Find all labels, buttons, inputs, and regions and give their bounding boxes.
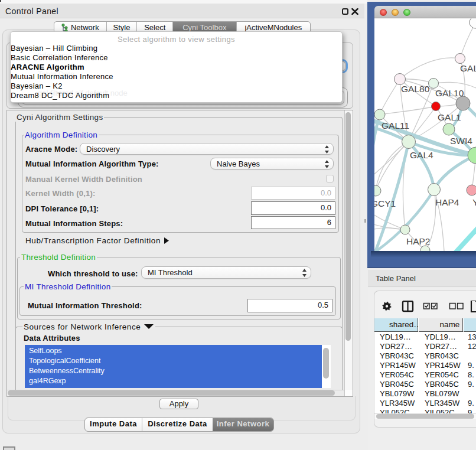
svg-text:Y: Y	[472, 197, 476, 207]
svg-text:HAP2: HAP2	[406, 236, 431, 246]
svg-text:GAL10: GAL10	[435, 88, 464, 98]
svg-text:GAL4: GAL4	[410, 150, 433, 160]
svg-text:HAP4: HAP4	[435, 197, 459, 207]
svg-text:GAL11: GAL11	[382, 120, 409, 131]
svg-text:GCY1: GCY1	[374, 198, 396, 208]
svg-text:GAL: GAL	[460, 63, 476, 73]
svg-text:GAL80: GAL80	[401, 84, 430, 94]
svg-text:GAL1: GAL1	[438, 112, 461, 122]
svg-text:SWI4: SWI4	[450, 136, 472, 146]
